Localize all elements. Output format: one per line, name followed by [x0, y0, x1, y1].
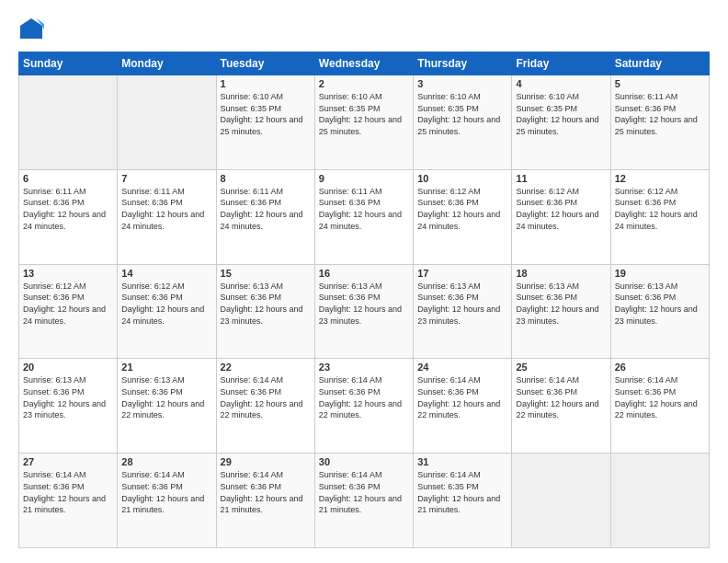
- calendar-cell: 6Sunrise: 6:11 AMSunset: 6:36 PMDaylight…: [19, 169, 118, 264]
- calendar-cell: 27Sunrise: 6:14 AMSunset: 6:36 PMDayligh…: [19, 454, 118, 548]
- cell-text: Sunrise: 6:14 AMSunset: 6:36 PMDaylight:…: [23, 470, 106, 514]
- calendar-cell: 25Sunrise: 6:14 AMSunset: 6:36 PMDayligh…: [512, 359, 610, 454]
- day-number: 17: [417, 268, 507, 279]
- day-number: 25: [516, 362, 606, 373]
- calendar-cell: 22Sunrise: 6:14 AMSunset: 6:36 PMDayligh…: [216, 359, 314, 454]
- calendar-cell: 21Sunrise: 6:13 AMSunset: 6:36 PMDayligh…: [118, 359, 216, 454]
- day-number: 9: [319, 173, 409, 184]
- calendar-cell: 4Sunrise: 6:10 AMSunset: 6:35 PMDaylight…: [512, 75, 610, 170]
- calendar-header-row: SundayMondayTuesdayWednesdayThursdayFrid…: [19, 52, 710, 75]
- column-header-monday: Monday: [118, 52, 216, 75]
- cell-text: Sunrise: 6:12 AMSunset: 6:36 PMDaylight:…: [23, 282, 106, 326]
- cell-text: Sunrise: 6:13 AMSunset: 6:36 PMDaylight:…: [319, 282, 402, 326]
- calendar-week-row: 20Sunrise: 6:13 AMSunset: 6:36 PMDayligh…: [19, 359, 710, 454]
- day-number: 8: [221, 173, 311, 184]
- cell-text: Sunrise: 6:10 AMSunset: 6:35 PMDaylight:…: [221, 92, 303, 136]
- calendar-cell: 8Sunrise: 6:11 AMSunset: 6:36 PMDaylight…: [216, 169, 314, 264]
- day-number: 27: [23, 456, 113, 467]
- cell-text: Sunrise: 6:14 AMSunset: 6:36 PMDaylight:…: [221, 375, 303, 419]
- cell-text: Sunrise: 6:14 AMSunset: 6:36 PMDaylight:…: [319, 375, 402, 419]
- calendar-cell: 24Sunrise: 6:14 AMSunset: 6:36 PMDayligh…: [414, 359, 512, 454]
- column-header-thursday: Thursday: [414, 52, 512, 75]
- cell-text: Sunrise: 6:14 AMSunset: 6:36 PMDaylight:…: [121, 470, 204, 514]
- logo-icon: [18, 17, 44, 42]
- calendar-cell: 19Sunrise: 6:13 AMSunset: 6:36 PMDayligh…: [610, 264, 709, 359]
- calendar-cell: 18Sunrise: 6:13 AMSunset: 6:36 PMDayligh…: [512, 264, 610, 359]
- day-number: 23: [319, 362, 409, 373]
- day-number: 13: [23, 268, 113, 279]
- calendar-cell: 10Sunrise: 6:12 AMSunset: 6:36 PMDayligh…: [414, 169, 512, 264]
- cell-text: Sunrise: 6:14 AMSunset: 6:36 PMDaylight:…: [319, 470, 402, 514]
- day-number: 11: [516, 173, 606, 184]
- day-number: 4: [516, 78, 606, 89]
- cell-text: Sunrise: 6:10 AMSunset: 6:35 PMDaylight:…: [417, 92, 500, 136]
- calendar-week-row: 27Sunrise: 6:14 AMSunset: 6:36 PMDayligh…: [19, 454, 710, 548]
- column-header-sunday: Sunday: [19, 52, 118, 75]
- calendar-cell: 9Sunrise: 6:11 AMSunset: 6:36 PMDaylight…: [314, 169, 413, 264]
- calendar-cell: 29Sunrise: 6:14 AMSunset: 6:36 PMDayligh…: [216, 454, 314, 548]
- day-number: 30: [319, 456, 409, 467]
- cell-text: Sunrise: 6:13 AMSunset: 6:36 PMDaylight:…: [417, 282, 500, 326]
- calendar-table: SundayMondayTuesdayWednesdayThursdayFrid…: [18, 52, 710, 548]
- calendar-cell: [118, 75, 216, 170]
- cell-text: Sunrise: 6:13 AMSunset: 6:36 PMDaylight:…: [121, 375, 204, 419]
- calendar-cell: 12Sunrise: 6:12 AMSunset: 6:36 PMDayligh…: [610, 169, 709, 264]
- cell-text: Sunrise: 6:10 AMSunset: 6:35 PMDaylight:…: [319, 92, 402, 136]
- cell-text: Sunrise: 6:14 AMSunset: 6:36 PMDaylight:…: [221, 470, 303, 514]
- day-number: 29: [221, 456, 311, 467]
- calendar-cell: [19, 75, 118, 170]
- day-number: 28: [121, 456, 211, 467]
- day-number: 2: [319, 78, 409, 89]
- cell-text: Sunrise: 6:14 AMSunset: 6:36 PMDaylight:…: [516, 375, 598, 419]
- calendar-cell: [512, 454, 610, 548]
- day-number: 18: [516, 268, 606, 279]
- cell-text: Sunrise: 6:14 AMSunset: 6:36 PMDaylight:…: [615, 375, 698, 419]
- cell-text: Sunrise: 6:11 AMSunset: 6:36 PMDaylight:…: [221, 187, 303, 231]
- cell-text: Sunrise: 6:12 AMSunset: 6:36 PMDaylight:…: [516, 187, 598, 231]
- calendar-cell: 14Sunrise: 6:12 AMSunset: 6:36 PMDayligh…: [118, 264, 216, 359]
- cell-text: Sunrise: 6:12 AMSunset: 6:36 PMDaylight:…: [121, 282, 204, 326]
- day-number: 3: [417, 78, 507, 89]
- calendar-cell: 7Sunrise: 6:11 AMSunset: 6:36 PMDaylight…: [118, 169, 216, 264]
- calendar-cell: 17Sunrise: 6:13 AMSunset: 6:36 PMDayligh…: [414, 264, 512, 359]
- calendar-cell: [610, 454, 709, 548]
- cell-text: Sunrise: 6:11 AMSunset: 6:36 PMDaylight:…: [121, 187, 204, 231]
- calendar-cell: 15Sunrise: 6:13 AMSunset: 6:36 PMDayligh…: [216, 264, 314, 359]
- calendar-week-row: 6Sunrise: 6:11 AMSunset: 6:36 PMDaylight…: [19, 169, 710, 264]
- day-number: 5: [615, 78, 705, 89]
- calendar-cell: 30Sunrise: 6:14 AMSunset: 6:36 PMDayligh…: [314, 454, 413, 548]
- cell-text: Sunrise: 6:12 AMSunset: 6:36 PMDaylight:…: [417, 187, 500, 231]
- cell-text: Sunrise: 6:11 AMSunset: 6:36 PMDaylight:…: [23, 187, 106, 231]
- calendar-cell: 1Sunrise: 6:10 AMSunset: 6:35 PMDaylight…: [216, 75, 314, 170]
- day-number: 31: [417, 456, 507, 467]
- calendar-cell: 5Sunrise: 6:11 AMSunset: 6:36 PMDaylight…: [610, 75, 709, 170]
- cell-text: Sunrise: 6:14 AMSunset: 6:36 PMDaylight:…: [417, 375, 500, 419]
- column-header-tuesday: Tuesday: [216, 52, 314, 75]
- calendar-cell: 3Sunrise: 6:10 AMSunset: 6:35 PMDaylight…: [414, 75, 512, 170]
- calendar-week-row: 1Sunrise: 6:10 AMSunset: 6:35 PMDaylight…: [19, 75, 710, 170]
- day-number: 15: [221, 268, 311, 279]
- day-number: 14: [121, 268, 211, 279]
- column-header-friday: Friday: [512, 52, 610, 75]
- cell-text: Sunrise: 6:12 AMSunset: 6:36 PMDaylight:…: [615, 187, 698, 231]
- cell-text: Sunrise: 6:11 AMSunset: 6:36 PMDaylight:…: [319, 187, 402, 231]
- day-number: 6: [23, 173, 113, 184]
- cell-text: Sunrise: 6:11 AMSunset: 6:36 PMDaylight:…: [615, 92, 698, 136]
- day-number: 19: [615, 268, 705, 279]
- cell-text: Sunrise: 6:13 AMSunset: 6:36 PMDaylight:…: [516, 282, 598, 326]
- calendar-cell: 13Sunrise: 6:12 AMSunset: 6:36 PMDayligh…: [19, 264, 118, 359]
- column-header-wednesday: Wednesday: [314, 52, 413, 75]
- day-number: 10: [417, 173, 507, 184]
- cell-text: Sunrise: 6:10 AMSunset: 6:35 PMDaylight:…: [516, 92, 598, 136]
- cell-text: Sunrise: 6:14 AMSunset: 6:35 PMDaylight:…: [417, 470, 500, 514]
- calendar-week-row: 13Sunrise: 6:12 AMSunset: 6:36 PMDayligh…: [19, 264, 710, 359]
- logo: [18, 15, 48, 42]
- calendar-cell: 11Sunrise: 6:12 AMSunset: 6:36 PMDayligh…: [512, 169, 610, 264]
- cell-text: Sunrise: 6:13 AMSunset: 6:36 PMDaylight:…: [23, 375, 106, 419]
- calendar-cell: 26Sunrise: 6:14 AMSunset: 6:36 PMDayligh…: [610, 359, 709, 454]
- day-number: 12: [615, 173, 705, 184]
- calendar-cell: 16Sunrise: 6:13 AMSunset: 6:36 PMDayligh…: [314, 264, 413, 359]
- cell-text: Sunrise: 6:13 AMSunset: 6:36 PMDaylight:…: [221, 282, 303, 326]
- calendar-cell: 31Sunrise: 6:14 AMSunset: 6:35 PMDayligh…: [414, 454, 512, 548]
- day-number: 16: [319, 268, 409, 279]
